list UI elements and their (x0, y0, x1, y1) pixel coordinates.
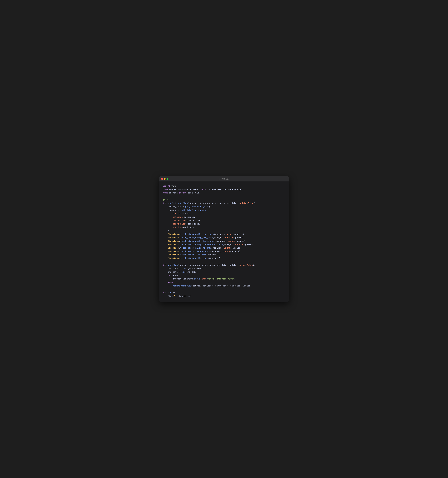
code-line-20: StockTask.fetch_stock_suspend_data(manag… (163, 250, 285, 253)
code-line-28: prefect_workflow.serve(name="stock dataf… (163, 277, 285, 281)
titlebar: ♦ dataflow.py (159, 176, 289, 182)
code-line-22: StockTask.fetch_stock_delist_data(manage… (163, 257, 285, 260)
close-button[interactable] (161, 178, 163, 180)
title-text: dataflow.py (221, 178, 229, 180)
code-line-5: @flow (163, 198, 285, 201)
code-line-32: def run(): (163, 291, 285, 295)
code-line-13: end_date=end_date (163, 226, 285, 229)
traffic-lights (161, 178, 168, 180)
code-line-8: manager = init_datafeed_manager( (163, 208, 285, 212)
code-line-11: ticker_list=ticker_list, (163, 219, 285, 222)
code-line-19: StockTask.fetch_stock_dividend_data(mana… (163, 246, 285, 250)
blank-line-31 (163, 288, 285, 291)
code-line-24: def workflow(source, database, start_dat… (163, 264, 285, 267)
code-line-17: StockTask.fetch_stock_daily_limit_data(m… (163, 239, 285, 243)
editor-window: ♦ dataflow.py import fire from frozen.da… (159, 176, 289, 302)
file-icon: ♦ (219, 178, 220, 180)
code-line-25: start_date = str(start_date) (163, 267, 285, 270)
code-line-1: import fire (163, 184, 285, 188)
code-line-7: ticker_list = get_instrument_list() (163, 205, 285, 208)
code-line-14: ) (163, 229, 285, 233)
code-line-12: start_date=start_date, (163, 222, 285, 226)
blank-line-4 (163, 195, 285, 198)
minimize-button[interactable] (164, 178, 166, 180)
maximize-button[interactable] (167, 178, 168, 180)
window-title: ♦ dataflow.py (219, 178, 229, 180)
code-line-33: fire.Fire(workflow) (163, 295, 285, 298)
code-line-2: from frozen.database.datafeed import TSD… (163, 188, 285, 191)
code-line-30: normal_workflow(source, database, start_… (163, 284, 285, 288)
code-line-21: StockTask.fetch_stock_list_data(manager) (163, 253, 285, 257)
code-line-27: if serve: (163, 274, 285, 277)
code-line-10: database=database, (163, 215, 285, 219)
code-line-6: def prefect_workflow(source, database, s… (163, 201, 285, 205)
code-line-9: source=source, (163, 212, 285, 215)
code-line-26: end_date = str(end_date) (163, 270, 285, 274)
code-line-15: StockTask.fetch_stock_daily_real_data(ma… (163, 233, 285, 236)
blank-line-23 (163, 260, 285, 264)
code-line-16: StockTask.fetch_stock_daily_hfq_data(man… (163, 236, 285, 239)
code-line-18: StockTask.fetch_stock_daily_fundamental_… (163, 243, 285, 246)
code-editor: import fire from frozen.database.datafee… (159, 182, 289, 302)
code-line-29: else: (163, 281, 285, 284)
code-line-3: from prefect import task, flow (163, 191, 285, 195)
